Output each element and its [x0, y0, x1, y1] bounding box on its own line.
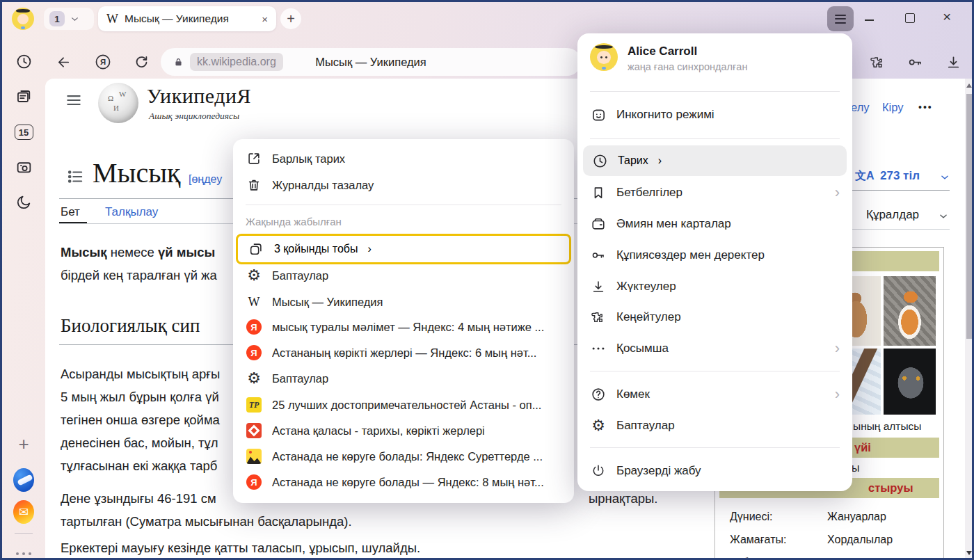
sidebar-more-dots[interactable] [13, 543, 34, 560]
sidebar-add-button[interactable]: + [13, 433, 34, 454]
contents-list-icon[interactable] [66, 168, 84, 189]
infobox-row-value[interactable]: Жануарлар [827, 511, 886, 523]
back-button[interactable] [55, 54, 72, 70]
profile-avatar[interactable] [12, 8, 34, 30]
active-tab[interactable]: W Мысық — Уикипедия × [98, 6, 276, 31]
menu-item-clear-history[interactable]: Журналды тазалау [233, 172, 574, 198]
paragraph-line: Еркектері мауығу кезінде қатты таласып, … [61, 536, 420, 559]
menu-item-tab-group-highlighted[interactable]: 3 қойынды тобы › [236, 234, 571, 264]
tab-group-count: 1 [49, 11, 65, 26]
incognito-icon [590, 106, 607, 123]
address-bar[interactable]: kk.wikipedia.org Мысық — Уикипедия [161, 48, 581, 76]
wiki-logo-title[interactable]: УикипедиЯ [147, 84, 251, 108]
wikipedia-globe-logo[interactable]: ΩWИ [98, 83, 138, 123]
menu-item-settings[interactable]: ⚙ Баптаулар [577, 410, 852, 441]
tab-group-pill[interactable]: 1 [44, 8, 94, 30]
gear-icon: ⚙ [590, 417, 607, 434]
help-icon [590, 386, 607, 403]
chevron-down-icon [70, 15, 79, 24]
feed-notes-icon[interactable] [13, 86, 34, 106]
wiki-more-dots[interactable]: ••• [918, 102, 933, 113]
chevron-down-icon[interactable] [940, 173, 950, 182]
yandex-browser-logo[interactable] [13, 470, 34, 490]
menu-item-bookmarks[interactable]: Бетбелгілер › [577, 177, 852, 208]
profile-avatar[interactable] [590, 43, 618, 71]
yandex-search-icon: Я [246, 319, 262, 335]
window-minimize-button[interactable] [865, 19, 874, 21]
infobox-row-label: Табы: [730, 557, 760, 560]
browser-menu-button[interactable] [827, 6, 854, 31]
tools-dropdown[interactable]: Құралдар [866, 208, 919, 222]
yandex-search-button[interactable]: Я [94, 53, 112, 71]
wiki-login-link[interactable]: Кіру [882, 101, 904, 114]
tab-group-icon [248, 241, 264, 257]
history-item[interactable]: Астана қаласы - тарихы, көрікті жерлері [233, 417, 574, 444]
menu-item-extensions[interactable]: Кеңейтулер [577, 302, 852, 333]
tab-close-icon[interactable]: × [262, 13, 268, 25]
menu-item-incognito[interactable]: Инкогнито режимі [577, 99, 852, 130]
menu-item-settings[interactable]: ⚙ Баптаулар [233, 262, 574, 289]
gear-icon: ⚙ [246, 370, 262, 387]
history-dropdown-menu: Барлық тарих Журналды тазалау Жақында жа… [233, 139, 574, 503]
tab-talk[interactable]: Талқылау [105, 205, 158, 219]
history-clock-icon[interactable] [13, 51, 34, 72]
scrollbar-up-arrow[interactable] [966, 83, 972, 88]
gray-cat-photo [884, 349, 936, 415]
menu-item-help[interactable]: Көмек › [577, 379, 852, 410]
menu-item-all-history[interactable]: Барлық тарих [233, 145, 574, 172]
chevron-right-icon: › [835, 341, 840, 356]
page-scrollbar[interactable] [965, 79, 974, 560]
wiki-logo-subtitle: Ашық энциклопедиясы [149, 111, 239, 122]
history-item[interactable]: Астанада не көруге болады: Яндекс Суретт… [233, 443, 574, 470]
menu-item-more[interactable]: Қосымша › [577, 333, 852, 364]
extensions-icon[interactable] [869, 54, 886, 70]
history-item[interactable]: ТР 25 лучших достопримечательностей Аста… [233, 392, 574, 418]
browser-window: 1 W Мысық — Уикипедия × + × Я kk.wikiped… [0, 0, 974, 560]
menu-item-wallet[interactable]: Әмиян мен карталар [577, 209, 852, 239]
history-item[interactable]: Я Астанада не көруге болады — Яндекс: 8 … [233, 469, 574, 495]
history-item[interactable]: Я Астананың көрікті жерлері — Яндекс: 6 … [233, 339, 574, 366]
new-tab-button[interactable]: + [280, 8, 301, 29]
yandex-mail-logo[interactable]: ✉ [13, 502, 34, 522]
downloads-icon[interactable] [945, 54, 961, 70]
history-item[interactable]: W Мысық — Уикипедия [233, 289, 574, 315]
window-maximize-button[interactable] [905, 13, 915, 23]
infobox-row-value[interactable]: Хордалылар [827, 534, 893, 546]
reload-button[interactable] [133, 54, 150, 70]
language-icon[interactable]: 文A [855, 169, 875, 184]
chevron-down-icon[interactable] [939, 211, 948, 221]
scrollbar-thumb[interactable] [966, 94, 973, 339]
edit-link[interactable]: [өңдеу [189, 173, 222, 186]
menu-item-history-active[interactable]: Тарих › [583, 145, 847, 176]
menu-item-close-browser[interactable]: Браузерді жабу [577, 456, 852, 486]
calendar-15-icon[interactable]: 15 [13, 122, 34, 143]
history-item[interactable]: Я мысық туралы мәлімет — Яндекс: 4 мың н… [233, 314, 574, 340]
menu-divider [590, 447, 840, 448]
paragraph-line: тұлғасынан екі жаққа тарб [61, 454, 217, 477]
infobox-header-fragment: стыруы [868, 481, 913, 495]
scrollbar-down-arrow[interactable] [966, 551, 972, 555]
profile-name[interactable]: Alice Carroll [628, 45, 697, 58]
menu-item-passwords[interactable]: Құпиясөздер мен деректер [577, 240, 852, 271]
infobox-caption-fragment: ының алтысы [853, 420, 922, 433]
wiki-menu-icon[interactable] [65, 91, 83, 112]
infobox-row-value[interactable]: Сүткоректілер [827, 557, 901, 560]
bookmarks-icon [590, 184, 607, 201]
url-chip[interactable]: kk.wikipedia.org [190, 53, 283, 71]
history-item[interactable]: ⚙ Баптаулар [233, 365, 574, 392]
tab-page[interactable]: Бет [61, 205, 80, 219]
open-history-icon [246, 150, 262, 167]
avatar-headband [16, 9, 31, 12]
tools-rule [851, 229, 950, 230]
tab-title: Мысық — Уикипедия [125, 13, 255, 25]
language-count[interactable]: 273 тіл [880, 169, 920, 183]
screenshot-camera-icon[interactable] [13, 157, 34, 177]
calendar-badge: 15 [15, 125, 33, 140]
menu-divider [590, 91, 840, 92]
menu-item-downloads[interactable]: Жүктеулер [577, 271, 852, 302]
passwords-key-icon[interactable] [907, 54, 923, 70]
wiki-signup-link[interactable]: елу [851, 101, 870, 114]
infobox-row-label: Жамағаты: [730, 534, 786, 546]
window-close-button[interactable]: × [943, 8, 951, 25]
dark-mode-moon-icon[interactable] [13, 191, 34, 212]
